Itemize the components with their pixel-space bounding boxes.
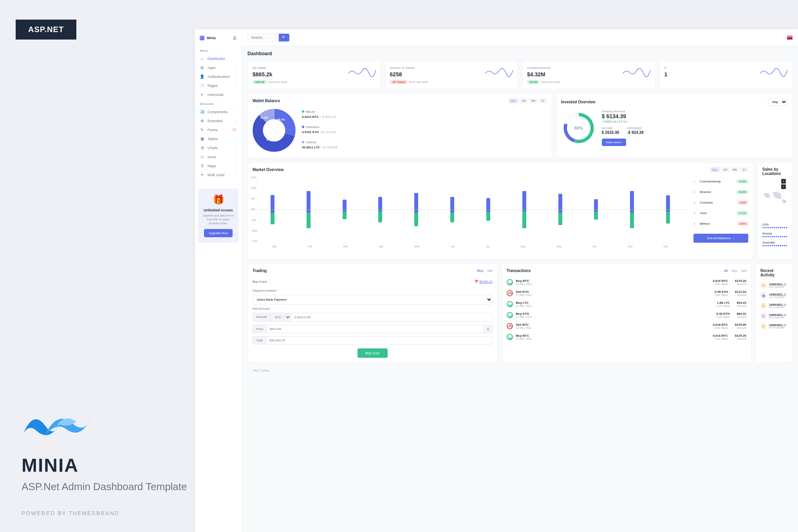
- tx-tab-all[interactable]: All: [724, 269, 728, 272]
- tx-date: 14 Mar, 2021: [516, 337, 710, 340]
- sparkline-chart: [760, 66, 787, 77]
- balance-row[interactable]: 1 Coinmarketcap +2.5%: [693, 176, 748, 187]
- stat-label: Invested Amount: [527, 66, 560, 70]
- range-tab-1y[interactable]: 1Y: [539, 98, 547, 103]
- calendar-icon[interactable]: 📅: [475, 280, 478, 283]
- range-tab-6m[interactable]: 6M: [529, 98, 538, 103]
- stat-note: Since last week: [409, 81, 428, 83]
- page-title: Dashboard: [247, 51, 793, 56]
- x-tick-label: Jun: [451, 245, 455, 248]
- balance-pct: +8.3%: [737, 190, 748, 194]
- balance-row[interactable]: 5 Bitfinex -0.9%: [693, 218, 748, 229]
- map-zoom-out[interactable]: −: [781, 184, 786, 189]
- balance-row[interactable]: 2 Binance +8.3%: [693, 187, 748, 197]
- range-tab-1m[interactable]: 1M: [721, 167, 729, 172]
- upgrade-button[interactable]: Upgrade Now: [204, 229, 233, 237]
- sidebar-item-pages[interactable]: 📄Pages›: [195, 81, 242, 90]
- sidebar-item-components[interactable]: 🧊Components›: [195, 107, 242, 116]
- balance-row[interactable]: 3 Coinbase -3.6%: [693, 197, 748, 208]
- balance-row[interactable]: 4 Yobit +7.1%: [693, 208, 748, 218]
- range-tab-1m[interactable]: 1M: [520, 98, 528, 103]
- sidebar-icon: ≡: [200, 92, 204, 97]
- sidebar-item-apps[interactable]: ⊞Apps›: [195, 63, 242, 72]
- sidebar-item-charts[interactable]: ◔Charts›: [195, 143, 242, 152]
- tx-tab-buy[interactable]: Buy: [732, 269, 737, 272]
- sidebar-item-extended[interactable]: ⊕Extended›: [195, 116, 242, 125]
- transaction-row[interactable]: Sell ETH15 Mar, 2021 0.56 ETHCoin Value …: [507, 288, 747, 299]
- currency-select[interactable]: BTC: [271, 313, 291, 322]
- tx-coin-value: 0.56 ETH: [715, 290, 728, 294]
- sidebar-item-tables[interactable]: ▦Tables›: [195, 134, 242, 143]
- locations-title: Sales by Locations: [762, 167, 787, 176]
- map-zoom-in[interactable]: +: [781, 179, 786, 184]
- buy-coin-button[interactable]: Buy Coin: [357, 348, 388, 358]
- balance-name: Yobit: [698, 211, 737, 215]
- sell-arrow-icon: [507, 290, 513, 296]
- payment-method-select[interactable]: Direct Bank Payment: [253, 295, 493, 305]
- see-all-balances-button[interactable]: See All Balances →: [693, 234, 748, 243]
- sidebar-item-maps[interactable]: ⚲Maps›: [195, 161, 242, 170]
- range-tab-6m[interactable]: 6M: [731, 167, 739, 172]
- amount-input[interactable]: [291, 313, 493, 322]
- available-balance[interactable]: $4335.23: [479, 280, 492, 283]
- add-amount-label: Add Amount :: [253, 307, 493, 310]
- chevron-right-icon: ›: [236, 155, 237, 158]
- range-tab-all[interactable]: ALL: [710, 167, 720, 172]
- location-item: Russia: [762, 230, 787, 239]
- sidebar-item-icons[interactable]: ☺Icons›: [195, 152, 242, 161]
- wallet-donut-chart: 12.5% 29.2% 58.3%: [253, 109, 296, 152]
- activity-row[interactable]: ◆ 24/05/2021, 10xb77ad0099e: [760, 290, 787, 301]
- view-more-button[interactable]: View more ›: [602, 139, 626, 146]
- price-addon: Price: [253, 325, 267, 333]
- market-title: Market Overview: [253, 168, 284, 172]
- sidebar-item-horizontal[interactable]: ≡Horizontal: [195, 90, 242, 99]
- transaction-row[interactable]: Sell BTC18 Mar, 2021 0.018 BTCCoin Value…: [507, 321, 747, 332]
- menu-section-label: Menu: [195, 46, 242, 54]
- income-value: $ 2632.46: [602, 130, 619, 135]
- activity-address: 0xb77ad0099e: [769, 326, 787, 329]
- stat-note: Since last week: [268, 81, 287, 83]
- price-input[interactable]: [267, 325, 484, 333]
- search-input[interactable]: [247, 33, 279, 42]
- tab-sell[interactable]: Sell: [487, 269, 492, 272]
- total-input[interactable]: [266, 336, 493, 344]
- tx-tab-sell[interactable]: Sell: [741, 269, 746, 272]
- sidebar-item-dashboard[interactable]: ⌂Dashboard: [195, 54, 242, 63]
- sidebar-brand[interactable]: Minia: [200, 36, 216, 40]
- hamburger-icon[interactable]: ☰: [232, 36, 237, 40]
- sell-arrow-icon: [507, 323, 513, 329]
- sidebar-icon: ⚲: [200, 164, 204, 168]
- transaction-row[interactable]: Buy ETH17 Mar, 2021 0.42 ETHCoin Value $…: [507, 310, 747, 321]
- transaction-row[interactable]: Buy LTC16 Mar, 2021 1.88 LTCCoin Value $…: [507, 299, 747, 310]
- powered-by: POWERED BY THEMESBRAND: [22, 510, 119, 516]
- sidebar-icon: ⊞: [200, 65, 204, 70]
- balance-pct: +7.1%: [737, 211, 748, 215]
- bar-apr: [364, 176, 396, 243]
- range-tab-all[interactable]: ALL: [509, 98, 518, 103]
- donut-pct-ethereum: 58.3%: [266, 138, 274, 141]
- activity-row[interactable]: B 24/05/2021, 10xb77ad0099e: [760, 301, 787, 311]
- month-select[interactable]: May: [768, 98, 787, 106]
- range-tab-1y[interactable]: 1Y: [740, 167, 748, 172]
- tab-buy[interactable]: Buy: [477, 269, 483, 272]
- flag-icon[interactable]: [787, 36, 793, 40]
- location-bar: [762, 227, 787, 228]
- search-button[interactable]: 🔍: [279, 34, 289, 41]
- transaction-row[interactable]: Buy BTC14 Mar, 2021 0.016 BTCCoin Value …: [507, 332, 747, 343]
- sidebar-item-label: Horizontal: [208, 93, 224, 97]
- tx-coin-label: Coin Value: [715, 294, 728, 296]
- sidebar-item-authentication[interactable]: 👤Authentication›: [195, 72, 242, 81]
- sidebar-item-multi-level[interactable]: ⚭Multi Level›: [195, 170, 242, 179]
- transaction-row[interactable]: Buy BTC14 Mar, 2021 0.016 BTCCoin Value …: [507, 277, 747, 288]
- sidebar-icon: ✎: [200, 128, 204, 132]
- sidebar-icon: ⊕: [200, 119, 204, 123]
- stat-card: Number of Trades 6258 -29 Trades Since l…: [385, 61, 518, 89]
- activity-row[interactable]: Ł 24/05/2021, 10xb77ad0099e: [760, 311, 787, 321]
- legend-name: Ethereum: [306, 125, 320, 129]
- trading-card: Trading Buy Sell Buy Coins 📅 $4335.23 Pa…: [247, 263, 498, 363]
- activity-row[interactable]: B 24/05/2021, 10xb77ad0099e: [760, 321, 787, 331]
- chevron-right-icon: ›: [236, 137, 237, 140]
- activity-row[interactable]: B 24/05/2021, 10xb77ad0099e: [760, 280, 787, 290]
- sidebar-item-forms[interactable]: ✎Forms7: [195, 125, 242, 134]
- tx-coin-value: 0.018 BTC: [713, 323, 728, 326]
